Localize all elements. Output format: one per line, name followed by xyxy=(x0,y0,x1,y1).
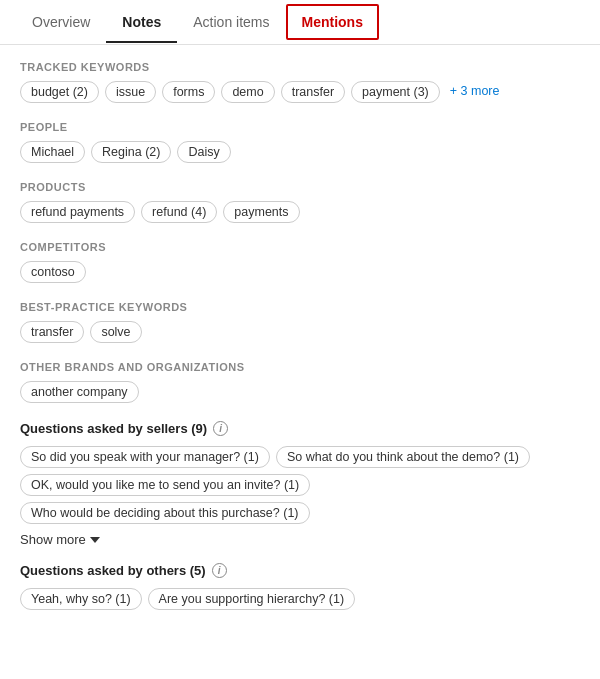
questions-sellers-section: Questions asked by sellers (9) i So did … xyxy=(20,421,580,547)
tracked-keywords-tags: budget (2) issue forms demo transfer pay… xyxy=(20,81,580,103)
tag-solve[interactable]: solve xyxy=(90,321,141,343)
tab-overview[interactable]: Overview xyxy=(16,2,106,42)
tag-more[interactable]: + 3 more xyxy=(446,81,504,103)
tab-mentions[interactable]: Mentions xyxy=(286,4,379,40)
tabs-bar: Overview Notes Action items Mentions xyxy=(0,0,600,45)
tag-contoso[interactable]: contoso xyxy=(20,261,86,283)
tag-budget[interactable]: budget (2) xyxy=(20,81,99,103)
tag-question-s3[interactable]: OK, would you like me to send you an inv… xyxy=(20,474,310,496)
tag-question-o2[interactable]: Are you supporting hierarchy? (1) xyxy=(148,588,356,610)
tag-demo[interactable]: demo xyxy=(221,81,274,103)
questions-sellers-title: Questions asked by sellers (9) i xyxy=(20,421,580,436)
tag-payment[interactable]: payment (3) xyxy=(351,81,440,103)
questions-sellers-tags: So did you speak with your manager? (1) … xyxy=(20,446,580,524)
tag-refund-payments[interactable]: refund payments xyxy=(20,201,135,223)
tag-regina[interactable]: Regina (2) xyxy=(91,141,171,163)
questions-sellers-label: Questions asked by sellers (9) xyxy=(20,421,207,436)
competitors-tags: contoso xyxy=(20,261,580,283)
best-practice-title: BEST-PRACTICE KEYWORDS xyxy=(20,301,580,313)
tab-notes[interactable]: Notes xyxy=(106,2,177,42)
show-more-label: Show more xyxy=(20,532,86,547)
tag-issue[interactable]: issue xyxy=(105,81,156,103)
people-section: PEOPLE Michael Regina (2) Daisy xyxy=(20,121,580,163)
best-practice-tags: transfer solve xyxy=(20,321,580,343)
tag-another-company[interactable]: another company xyxy=(20,381,139,403)
tag-question-s2[interactable]: So what do you think about the demo? (1) xyxy=(276,446,530,468)
other-brands-section: OTHER BRANDS AND ORGANIZATIONS another c… xyxy=(20,361,580,403)
tag-question-s1[interactable]: So did you speak with your manager? (1) xyxy=(20,446,270,468)
tag-daisy[interactable]: Daisy xyxy=(177,141,230,163)
questions-others-section: Questions asked by others (5) i Yeah, wh… xyxy=(20,563,580,610)
tag-forms[interactable]: forms xyxy=(162,81,215,103)
tag-question-o1[interactable]: Yeah, why so? (1) xyxy=(20,588,142,610)
questions-sellers-info-icon[interactable]: i xyxy=(213,421,228,436)
other-brands-tags: another company xyxy=(20,381,580,403)
tracked-keywords-title: TRACKED KEYWORDS xyxy=(20,61,580,73)
questions-others-info-icon[interactable]: i xyxy=(212,563,227,578)
competitors-title: COMPETITORS xyxy=(20,241,580,253)
tag-transfer[interactable]: transfer xyxy=(281,81,345,103)
tab-action-items[interactable]: Action items xyxy=(177,2,285,42)
competitors-section: COMPETITORS contoso xyxy=(20,241,580,283)
questions-others-title: Questions asked by others (5) i xyxy=(20,563,580,578)
tag-question-s4[interactable]: Who would be deciding about this purchas… xyxy=(20,502,310,524)
chevron-down-icon xyxy=(90,537,100,543)
tag-payments[interactable]: payments xyxy=(223,201,299,223)
best-practice-section: BEST-PRACTICE KEYWORDS transfer solve xyxy=(20,301,580,343)
questions-others-label: Questions asked by others (5) xyxy=(20,563,206,578)
show-more-button[interactable]: Show more xyxy=(20,532,580,547)
tag-transfer-bp[interactable]: transfer xyxy=(20,321,84,343)
tag-refund[interactable]: refund (4) xyxy=(141,201,217,223)
other-brands-title: OTHER BRANDS AND ORGANIZATIONS xyxy=(20,361,580,373)
main-content: TRACKED KEYWORDS budget (2) issue forms … xyxy=(0,45,600,642)
tracked-keywords-section: TRACKED KEYWORDS budget (2) issue forms … xyxy=(20,61,580,103)
products-title: PRODUCTS xyxy=(20,181,580,193)
people-tags: Michael Regina (2) Daisy xyxy=(20,141,580,163)
questions-others-tags: Yeah, why so? (1) Are you supporting hie… xyxy=(20,588,580,610)
products-section: PRODUCTS refund payments refund (4) paym… xyxy=(20,181,580,223)
people-title: PEOPLE xyxy=(20,121,580,133)
tag-michael[interactable]: Michael xyxy=(20,141,85,163)
products-tags: refund payments refund (4) payments xyxy=(20,201,580,223)
